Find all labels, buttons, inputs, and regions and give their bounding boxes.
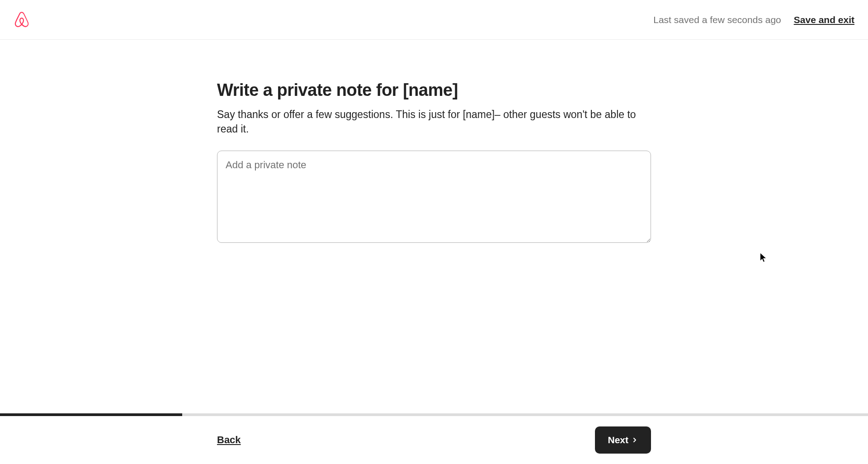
private-note-textarea[interactable] <box>217 151 651 243</box>
header: Last saved a few seconds ago Save and ex… <box>0 0 868 40</box>
back-button[interactable]: Back <box>217 434 241 446</box>
footer: Back Next <box>0 416 868 464</box>
content-wrapper: Write a private note for [name] Say than… <box>212 80 656 245</box>
next-button[interactable]: Next <box>595 426 651 454</box>
mouse-cursor-icon <box>760 253 767 262</box>
page-title: Write a private note for [name] <box>217 80 651 100</box>
header-right: Last saved a few seconds ago Save and ex… <box>653 14 854 25</box>
airbnb-logo-icon[interactable] <box>14 11 30 28</box>
next-button-label: Next <box>608 435 628 445</box>
save-status-text: Last saved a few seconds ago <box>653 14 781 25</box>
chevron-right-icon <box>631 436 638 444</box>
main-content: Write a private note for [name] Say than… <box>0 40 868 245</box>
page-subtitle: Say thanks or offer a few suggestions. T… <box>217 107 651 136</box>
save-and-exit-button[interactable]: Save and exit <box>794 14 854 25</box>
footer-inner: Back Next <box>212 426 656 454</box>
